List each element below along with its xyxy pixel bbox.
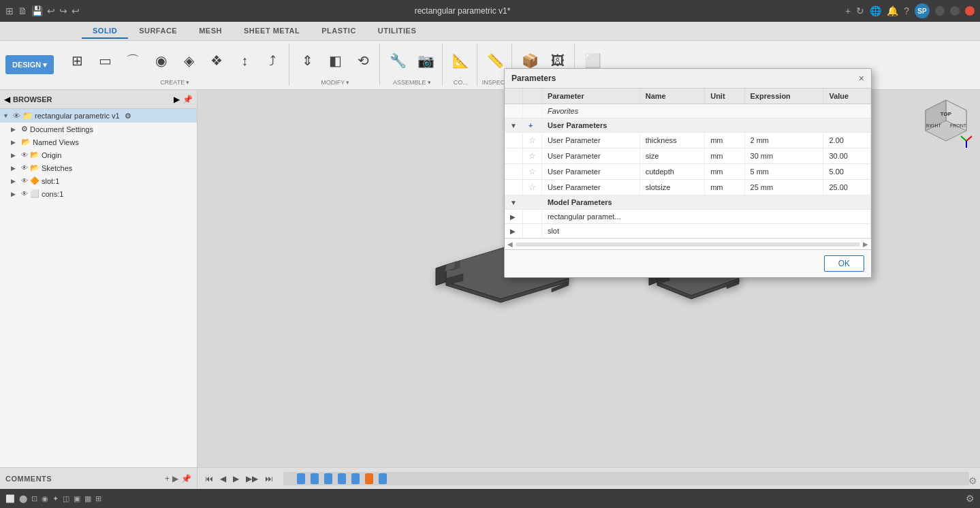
- param-row-slotsize[interactable]: ☆ User Parameter slotsize mm 25 mm 25.00: [505, 180, 871, 195]
- model-params-expand-cell[interactable]: ▼: [505, 195, 522, 210]
- root-visibility-icon[interactable]: 👁: [13, 112, 20, 120]
- slot-expand[interactable]: ▶: [11, 178, 19, 185]
- thickness-star-icon[interactable]: ☆: [528, 136, 536, 145]
- params-ok-button[interactable]: OK: [824, 255, 864, 272]
- scroll-track[interactable]: [516, 242, 860, 247]
- timeline-end-button[interactable]: ⏭: [263, 473, 275, 485]
- undo-icon[interactable]: ↩: [47, 5, 55, 16]
- cons-visibility-icon[interactable]: 👁: [21, 190, 28, 197]
- slotsize-star-cell[interactable]: ☆: [522, 180, 541, 195]
- tab-utilities[interactable]: UTILITIES: [367, 24, 427, 39]
- motion-button[interactable]: 📷: [412, 44, 439, 78]
- tab-sheet-metal[interactable]: SHEET METAL: [233, 24, 311, 39]
- root-settings-icon[interactable]: ⚙: [125, 112, 131, 121]
- timeline-marker-6[interactable]: [365, 473, 373, 484]
- param-row-size[interactable]: ☆ User Parameter size mm 30 mm 30.00: [505, 148, 871, 164]
- browser-cons[interactable]: ▶ 👁 ⬜ cons:1: [0, 187, 197, 200]
- tab-surface[interactable]: SURFACE: [128, 24, 188, 39]
- maximize-button[interactable]: [950, 6, 960, 16]
- revolve-button[interactable]: ⌒: [119, 44, 146, 78]
- timeline-marker-2[interactable]: [311, 473, 319, 484]
- params-close-button[interactable]: ×: [859, 73, 864, 84]
- sketch-icon[interactable]: ⊡: [31, 494, 37, 503]
- size-name[interactable]: size: [639, 148, 705, 164]
- root-expand-arrow[interactable]: ▼: [3, 112, 11, 119]
- undo2-icon[interactable]: ↩: [72, 5, 80, 16]
- rect-expand-cell[interactable]: ▶: [505, 210, 522, 224]
- joint-button[interactable]: 🔧: [384, 44, 411, 78]
- add-icon[interactable]: +: [845, 5, 851, 16]
- param-row-cutdepth[interactable]: ☆ User Parameter cutdepth mm 5 mm 5.00: [505, 164, 871, 180]
- create-more-button[interactable]: ⤴: [259, 44, 286, 78]
- redo-icon[interactable]: ↪: [59, 5, 67, 16]
- slotsize-star-icon[interactable]: ☆: [528, 182, 536, 192]
- comments-expand-icon[interactable]: ▶: [172, 474, 178, 483]
- scroll-left-arrow[interactable]: ◀: [507, 240, 513, 248]
- body-icon[interactable]: ▦: [84, 494, 91, 503]
- timeline-marker-4[interactable]: [338, 473, 346, 484]
- file-icon[interactable]: 🗎: [18, 5, 27, 16]
- point-icon[interactable]: ✦: [52, 494, 59, 503]
- timeline-marker-5[interactable]: [351, 473, 360, 484]
- timeline-play-button[interactable]: ▶: [231, 473, 241, 485]
- tab-plastic[interactable]: PLASTIC: [311, 24, 367, 39]
- loft-button[interactable]: ❖: [203, 44, 230, 78]
- browser-doc-settings[interactable]: ▶ ⚙ Document Settings: [0, 123, 197, 136]
- size-star-cell[interactable]: ☆: [522, 148, 541, 164]
- component-icon[interactable]: ⊞: [95, 494, 101, 503]
- thickness-name[interactable]: thickness: [639, 133, 705, 148]
- timeline-start-button[interactable]: ⏮: [203, 473, 215, 485]
- sketches-visibility-icon[interactable]: 👁: [21, 164, 28, 172]
- shell-button[interactable]: ◈: [175, 44, 202, 78]
- model-param-slot[interactable]: ▶ slot: [505, 224, 871, 238]
- close-button[interactable]: [965, 6, 975, 16]
- cutdepth-expression[interactable]: 5 mm: [744, 164, 823, 180]
- help-icon[interactable]: ?: [904, 5, 909, 16]
- sketches-expand[interactable]: ▶: [11, 165, 19, 172]
- new-component-button[interactable]: ⊞: [63, 44, 91, 78]
- chamfer-button[interactable]: ⟲: [349, 44, 377, 78]
- snap-icon[interactable]: ⬤: [19, 494, 27, 503]
- timeline-prev-button[interactable]: ◀: [218, 473, 228, 485]
- extrude-button[interactable]: ▭: [91, 44, 118, 78]
- origin-expand[interactable]: ▶: [11, 152, 19, 159]
- origin-visibility-icon[interactable]: 👁: [21, 151, 28, 159]
- save-icon[interactable]: 💾: [31, 5, 43, 16]
- scroll-right-arrow[interactable]: ▶: [863, 240, 868, 248]
- slot-visibility-icon[interactable]: 👁: [21, 177, 28, 185]
- thickness-expression[interactable]: 2 mm: [744, 133, 823, 148]
- browser-slot[interactable]: ▶ 👁 🔶 slot:1: [0, 174, 197, 187]
- comments-add-icon[interactable]: +: [165, 474, 170, 483]
- views-expand[interactable]: ▶: [11, 139, 19, 146]
- model-params-expand-icon[interactable]: ▼: [510, 199, 517, 206]
- cutdepth-name[interactable]: cutdepth: [639, 164, 705, 180]
- refresh-icon[interactable]: ↻: [856, 5, 864, 16]
- slotsize-name[interactable]: slotsize: [639, 180, 705, 195]
- comments-pin-icon[interactable]: 📌: [181, 474, 191, 483]
- size-star-icon[interactable]: ☆: [528, 151, 536, 161]
- add-param-icon[interactable]: +: [528, 121, 533, 129]
- construct-button[interactable]: 📐: [447, 44, 474, 78]
- select-icon-bottom[interactable]: ⬜: [5, 494, 15, 503]
- tab-solid[interactable]: SOLID: [82, 24, 128, 39]
- browser-sketches[interactable]: ▶ 👁 📂 Sketches: [0, 161, 197, 174]
- edge-icon[interactable]: ◫: [63, 494, 69, 503]
- model-param-rect[interactable]: ▶ rectangular paramet...: [505, 210, 871, 224]
- timeline-marker-7[interactable]: [379, 473, 387, 484]
- push-pull-button[interactable]: ↕: [231, 44, 258, 78]
- browser-expand-icon[interactable]: ▶: [174, 95, 180, 104]
- bell-icon[interactable]: 🔔: [887, 5, 898, 16]
- user-params-expand-cell[interactable]: ▼: [505, 118, 522, 133]
- size-expression[interactable]: 30 mm: [744, 148, 823, 164]
- hole-button[interactable]: ◉: [147, 44, 174, 78]
- slot-expand-cell[interactable]: ▶: [505, 224, 522, 238]
- slot-expand-icon[interactable]: ▶: [510, 227, 516, 235]
- settings-gear-icon[interactable]: ⚙: [968, 475, 977, 486]
- browser-named-views[interactable]: ▶ 📂 Named Views: [0, 136, 197, 148]
- viewcube[interactable]: TOP FRONT RIGHT: [919, 97, 973, 151]
- user-params-add[interactable]: +: [522, 118, 541, 133]
- cons-expand[interactable]: ▶: [11, 191, 19, 197]
- browser-origin[interactable]: ▶ 👁 📂 Origin: [0, 148, 197, 161]
- slotsize-expression[interactable]: 25 mm: [744, 180, 823, 195]
- gear-status-icon[interactable]: ⚙: [966, 493, 975, 504]
